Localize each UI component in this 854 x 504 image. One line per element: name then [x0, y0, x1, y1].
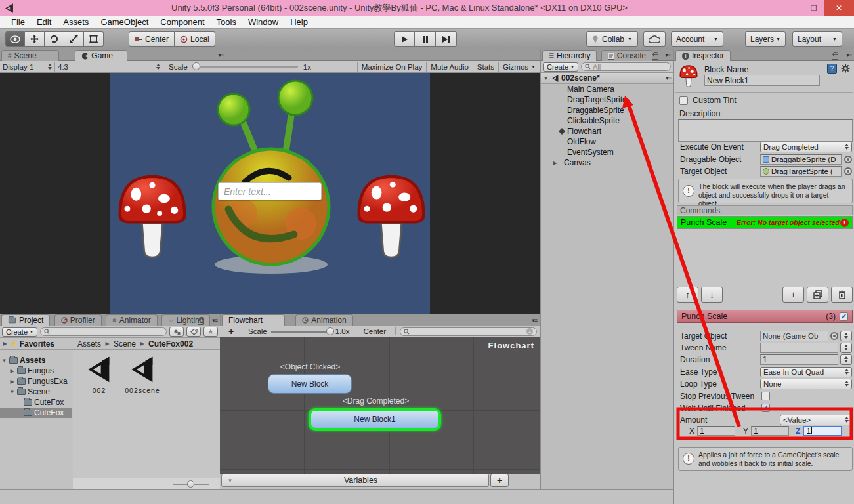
- amount-x-field[interactable]: 1: [697, 426, 735, 436]
- tab-console[interactable]: Console: [601, 50, 652, 61]
- play-button[interactable]: [394, 32, 415, 47]
- menu-gameobject[interactable]: GameObject: [95, 17, 154, 27]
- object-picker-icon[interactable]: [844, 156, 852, 163]
- game-text-input[interactable]: Enter text...: [218, 182, 322, 200]
- cloud-button[interactable]: [643, 32, 666, 47]
- menu-edit[interactable]: Edit: [31, 17, 57, 27]
- amount-type-dropdown[interactable]: <Value>: [780, 415, 852, 425]
- hierarchy-item-eventsystem[interactable]: EventSystem: [543, 147, 673, 158]
- project-create-dropdown[interactable]: Create▼: [2, 327, 37, 337]
- inspector-lock-icon[interactable]: [832, 52, 838, 62]
- inspector-panel-menu-icon[interactable]: ▾≡: [846, 52, 851, 58]
- project-lock-icon[interactable]: [198, 318, 204, 327]
- hierarchy-item-flowchart[interactable]: Flowchart: [543, 126, 673, 136]
- flowchart-center-button[interactable]: Center: [358, 327, 392, 336]
- asset-item-002[interactable]: 002: [81, 355, 117, 394]
- duration-field[interactable]: 1: [760, 354, 838, 365]
- favorites-star-button[interactable]: ★: [203, 327, 218, 337]
- aspect-dropdown[interactable]: 4:3: [55, 62, 163, 72]
- foldout-icon[interactable]: ▼: [543, 75, 549, 81]
- game-scale-slider-handle[interactable]: [192, 62, 200, 70]
- pivot-local-button[interactable]: Local: [175, 32, 215, 47]
- menu-window[interactable]: Window: [242, 17, 284, 27]
- asset-item-002scene[interactable]: 002scene: [121, 355, 163, 394]
- pause-button[interactable]: [415, 32, 436, 47]
- add-variable-button[interactable]: +: [490, 474, 509, 487]
- layers-dropdown[interactable]: Layers▼: [745, 32, 786, 47]
- tree-item-cutefox1[interactable]: CuteFox: [0, 397, 72, 408]
- hierarchy-search-input[interactable]: All: [581, 62, 671, 71]
- block-name-input[interactable]: New Block1: [704, 75, 820, 86]
- duplicate-command-button[interactable]: [807, 287, 828, 303]
- step-button[interactable]: [436, 32, 457, 47]
- ease-type-dropdown[interactable]: Ease In Out Quad: [760, 367, 852, 377]
- project-search-input[interactable]: [40, 327, 167, 336]
- thumbnail-size-slider-handle[interactable]: [187, 480, 194, 488]
- mushroom-sprite-right[interactable]: [354, 165, 428, 263]
- scale-tool-button[interactable]: [64, 32, 84, 47]
- move-command-up-button[interactable]: ↑: [677, 287, 698, 303]
- scene-row-menu-icon[interactable]: ▾≡: [666, 75, 671, 81]
- variables-bar[interactable]: ▼ Variables: [221, 474, 489, 487]
- hierarchy-create-dropdown[interactable]: Create▼: [543, 62, 578, 72]
- description-textarea[interactable]: [678, 119, 853, 142]
- hierarchy-item-canvas[interactable]: ▶Canvas: [543, 158, 673, 168]
- menu-file[interactable]: File: [5, 17, 31, 27]
- foldout-icon[interactable]: ▶: [552, 160, 558, 166]
- project-panel-menu-icon[interactable]: ▾≡: [212, 317, 217, 324]
- stats-button[interactable]: Stats: [473, 62, 498, 72]
- command-row-punch-scale[interactable]: Punch Scale Error: No target object sele…: [677, 216, 853, 229]
- menu-component[interactable]: Component: [154, 17, 210, 27]
- tab-project[interactable]: Project: [1, 314, 50, 326]
- menu-assets[interactable]: Assets: [57, 17, 95, 27]
- flowchart-panel-menu-icon[interactable]: ▾≡: [532, 317, 537, 324]
- target-object-field[interactable]: DragTargetSprite (: [760, 166, 842, 177]
- game-panel-menu-icon[interactable]: ▾≡: [218, 52, 223, 58]
- pivot-center-button[interactable]: Center: [129, 32, 175, 47]
- display-dropdown[interactable]: Display 1: [0, 62, 55, 72]
- flowchart-scale-slider-handle[interactable]: [326, 327, 334, 335]
- variable-select-button[interactable]: [840, 331, 852, 341]
- tab-profiler[interactable]: Profiler: [54, 314, 102, 326]
- tween-name-field[interactable]: [760, 343, 838, 353]
- view-tool-button[interactable]: [5, 32, 25, 47]
- amount-z-field[interactable]: 1: [803, 426, 842, 436]
- mushroom-sprite-left[interactable]: [116, 165, 189, 263]
- object-picker-icon[interactable]: [844, 167, 852, 175]
- move-command-down-button[interactable]: ↓: [701, 287, 723, 303]
- tab-animator[interactable]: ✽ Animator: [106, 314, 158, 326]
- punch-target-object-field[interactable]: None (Game Ob: [760, 331, 828, 341]
- tree-item-cutefox2-selected[interactable]: CuteFox: [0, 408, 72, 418]
- menu-help[interactable]: Help: [284, 17, 314, 27]
- flowchart-scale-slider[interactable]: [271, 331, 331, 333]
- hierarchy-item-clickablesprite[interactable]: ClickableSprite: [543, 116, 673, 126]
- gizmos-dropdown[interactable]: Gizmos▼: [498, 62, 540, 72]
- restore-button[interactable]: ❐: [804, 4, 824, 12]
- foldout-icon[interactable]: ▶: [2, 341, 8, 346]
- tree-item-fungus[interactable]: ▶Fungus: [0, 366, 72, 376]
- custom-tint-checkbox[interactable]: [679, 96, 688, 105]
- hierarchy-panel-menu-icon[interactable]: ▾≡: [665, 52, 670, 58]
- menu-tools[interactable]: Tools: [211, 17, 242, 27]
- breadcrumb-scene[interactable]: Scene: [114, 339, 136, 348]
- move-tool-button[interactable]: [25, 32, 45, 47]
- hierarchy-scene-row[interactable]: ▼ 002scene* ▾≡: [541, 73, 673, 84]
- punch-scale-enabled-checkbox[interactable]: ✓: [840, 312, 848, 321]
- delete-command-button[interactable]: [831, 287, 853, 303]
- mute-audio-button[interactable]: Mute Audio: [426, 62, 473, 72]
- tree-item-scene[interactable]: ▼Scene: [0, 387, 72, 397]
- loop-type-dropdown[interactable]: None: [760, 379, 852, 389]
- game-scale-slider[interactable]: [193, 66, 298, 68]
- hierarchy-item-draggablesprite[interactable]: DraggableSprite: [543, 105, 673, 116]
- thumbnail-size-slider[interactable]: [173, 484, 209, 485]
- draggable-object-field[interactable]: DraggableSprite (D: [760, 154, 842, 165]
- tab-flowchart[interactable]: Flowchart: [222, 314, 285, 326]
- flowchart-node-new-block[interactable]: New Block: [268, 374, 352, 394]
- maximize-on-play-button[interactable]: Maximize On Play: [357, 62, 427, 72]
- help-icon[interactable]: ?: [827, 64, 837, 74]
- tab-animation[interactable]: Animation: [295, 314, 352, 326]
- minimize-button[interactable]: –: [784, 3, 804, 13]
- rotate-tool-button[interactable]: [45, 32, 64, 47]
- flowchart-node-new-block1-selected[interactable]: New Block1: [309, 408, 441, 430]
- rect-tool-button[interactable]: [84, 32, 104, 47]
